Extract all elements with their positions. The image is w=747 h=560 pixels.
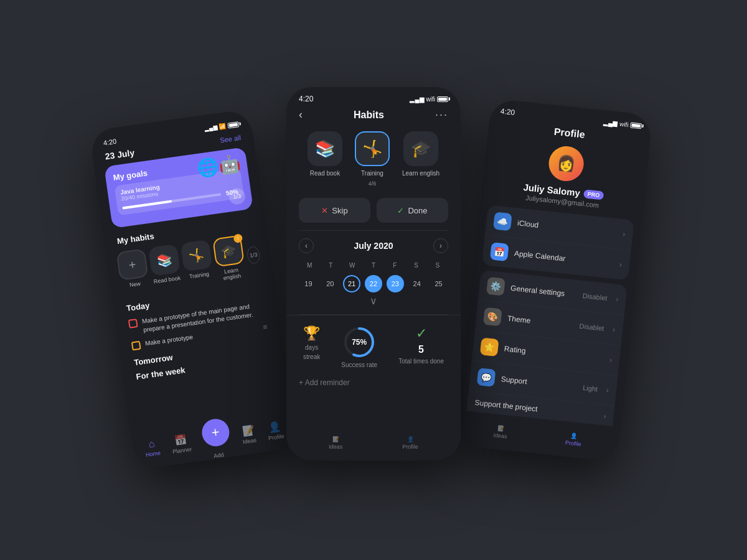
task-2-text: Make a prototype bbox=[144, 333, 193, 348]
back-button[interactable]: ‹ bbox=[299, 108, 303, 121]
read-book-icon: 📚 bbox=[156, 251, 173, 268]
profile-nav-icon: 👤 bbox=[407, 436, 414, 442]
calendar-section: ‹ July 2020 › M T W T F S S 19 20 21 bbox=[286, 231, 461, 314]
habit-new[interactable]: + New bbox=[116, 248, 151, 296]
nav-ideas[interactable]: 📝 Ideas bbox=[240, 424, 256, 445]
center-nav-ideas[interactable]: 📝 Ideas bbox=[329, 436, 342, 450]
habit-circle-learn-english[interactable]: 🎓 Learn english bbox=[402, 131, 439, 187]
habit-circle-training-icon[interactable]: 🤸 bbox=[355, 131, 390, 166]
task-2-checkbox[interactable] bbox=[131, 341, 141, 351]
habit-learn-english-box[interactable]: 🎓 ! bbox=[212, 235, 245, 267]
cal-prev-button[interactable]: ‹ bbox=[299, 238, 314, 253]
cal-day-19[interactable]: 19 bbox=[299, 275, 317, 292]
left-signal-icons: ▂▄▆ 📶 bbox=[204, 121, 239, 132]
today-title: Today bbox=[126, 301, 150, 313]
profile-nav-label: Profile bbox=[402, 444, 418, 450]
habit-read-book-box[interactable]: 📚 bbox=[148, 244, 181, 276]
total-times-value: 5 bbox=[418, 344, 424, 355]
habit-read-book-label: Read book bbox=[153, 275, 181, 285]
habit-circle-training[interactable]: 🤸 Training 4/6 bbox=[355, 131, 390, 187]
habit-badge: ! bbox=[233, 233, 243, 243]
center-time: 4:20 bbox=[299, 95, 313, 103]
logout-button[interactable]: Log out bbox=[459, 460, 607, 462]
center-nav: ‹ Habits ··· bbox=[286, 106, 461, 126]
habit-learn-english[interactable]: 🎓 ! Learn english bbox=[212, 235, 247, 282]
right-signal-icon: ▂▄▆ bbox=[603, 118, 618, 126]
right-nav-ideas[interactable]: 📝 Ideas bbox=[493, 424, 508, 439]
icloud-chevron: › bbox=[622, 230, 626, 238]
left-screen: 4:20 ▂▄▆ 📶 23 July See all My goals � bbox=[89, 109, 297, 470]
done-label: Done bbox=[408, 206, 427, 215]
cal-day-24[interactable]: 24 bbox=[408, 275, 426, 292]
general-settings-value: Disablet bbox=[582, 292, 608, 302]
planner-icon: 📅 bbox=[174, 433, 187, 447]
support-label: Support bbox=[500, 375, 577, 391]
pro-badge: PRO bbox=[583, 189, 604, 200]
cal-day-20[interactable]: 20 bbox=[321, 275, 339, 292]
center-nav-profile[interactable]: 👤 Profile bbox=[402, 436, 418, 450]
center-signal-icon: ▂▄▆ bbox=[410, 96, 424, 103]
training-icon: 🤸 bbox=[187, 247, 205, 264]
support-icon: 💬 bbox=[477, 368, 496, 387]
left-time: 4:20 bbox=[103, 138, 117, 147]
avatar-emoji: 👩 bbox=[556, 154, 576, 174]
nav-add[interactable]: + Add bbox=[200, 417, 232, 460]
center-battery-icon bbox=[437, 96, 448, 102]
nav-home[interactable]: ⌂ Home bbox=[144, 437, 161, 458]
right-wifi-icon: wifi bbox=[619, 120, 629, 128]
nav-planner[interactable]: 📅 Planner bbox=[171, 433, 192, 455]
cal-day-21[interactable]: 21 bbox=[343, 275, 360, 292]
see-all-button[interactable]: See all bbox=[220, 134, 242, 144]
habit-circle-training-label: Training bbox=[361, 170, 383, 177]
cal-day-22[interactable]: 22 bbox=[365, 275, 382, 292]
habit-circle-learn-english-icon[interactable]: 🎓 bbox=[403, 131, 438, 166]
skip-button[interactable]: ✕ Skip bbox=[299, 198, 370, 223]
nav-profile[interactable]: 👤 Profile bbox=[266, 420, 285, 441]
cal-day-25[interactable]: 25 bbox=[430, 275, 448, 292]
theme-label: Theme bbox=[507, 314, 573, 330]
center-page-title: Habits bbox=[354, 110, 384, 121]
habit-circle-read-book[interactable]: 📚 Read book bbox=[308, 131, 342, 187]
apple-calendar-icon: 📅 bbox=[490, 242, 509, 261]
theme-chevron: › bbox=[612, 325, 615, 334]
nav-add-label: Add bbox=[214, 452, 224, 459]
habit-circle-learn-english-label: Learn english bbox=[402, 170, 439, 177]
icloud-label: iCloud bbox=[517, 218, 618, 238]
left-date: 23 July bbox=[105, 147, 135, 161]
right-time: 4:20 bbox=[500, 107, 515, 117]
cal-day-label-t2: T bbox=[363, 259, 384, 271]
task-1-checkbox[interactable] bbox=[128, 319, 138, 329]
task-2-dots: ≡ bbox=[263, 322, 268, 332]
center-bottom-nav: 📝 Ideas 👤 Profile bbox=[286, 426, 461, 460]
theme-value: Disablet bbox=[579, 322, 604, 332]
right-nav-profile[interactable]: 👤 Profile bbox=[565, 432, 583, 447]
project-chevron: › bbox=[603, 412, 606, 421]
cal-day-label-s2: S bbox=[427, 259, 448, 271]
habit-new-box[interactable]: + bbox=[116, 248, 149, 281]
general-settings-label: General settings bbox=[510, 284, 577, 299]
more-options-button[interactable]: ··· bbox=[435, 108, 448, 121]
cal-header: ‹ July 2020 › bbox=[299, 238, 448, 253]
center-wifi-icon: wifi bbox=[426, 96, 435, 103]
add-reminder-button[interactable]: + Add reminder bbox=[286, 373, 461, 392]
check-icon: ✓ bbox=[397, 206, 404, 215]
center-screen: 4:20 ▂▄▆ wifi ‹ Habits ··· bbox=[286, 87, 461, 460]
habit-new-label: New bbox=[129, 281, 141, 288]
add-button[interactable]: + bbox=[200, 417, 231, 448]
nav-planner-label: Planner bbox=[172, 446, 192, 454]
apple-calendar-chevron: › bbox=[619, 260, 622, 269]
general-settings-icon: ⚙️ bbox=[486, 277, 505, 296]
habit-training[interactable]: 🤸 Training bbox=[181, 240, 215, 287]
cal-more[interactable]: ∨ bbox=[299, 295, 448, 307]
battery-icon bbox=[227, 121, 239, 128]
habit-training-box[interactable]: 🤸 bbox=[181, 240, 213, 272]
stat-total-times: ✓ 5 Total times done bbox=[398, 325, 444, 368]
habits-title: My habits bbox=[116, 231, 154, 246]
habit-read-book[interactable]: 📚 Read book bbox=[148, 244, 182, 291]
done-button[interactable]: ✓ Done bbox=[377, 198, 448, 223]
cal-next-button[interactable]: › bbox=[433, 238, 448, 253]
right-ideas-icon: 📝 bbox=[497, 425, 505, 432]
habit-circle-read-book-icon[interactable]: 📚 bbox=[308, 131, 342, 166]
left-bottom-nav: ⌂ Home 📅 Planner + Add 📝 Ideas 👤 Pr bbox=[131, 408, 297, 470]
cal-day-23[interactable]: 23 bbox=[387, 275, 404, 292]
